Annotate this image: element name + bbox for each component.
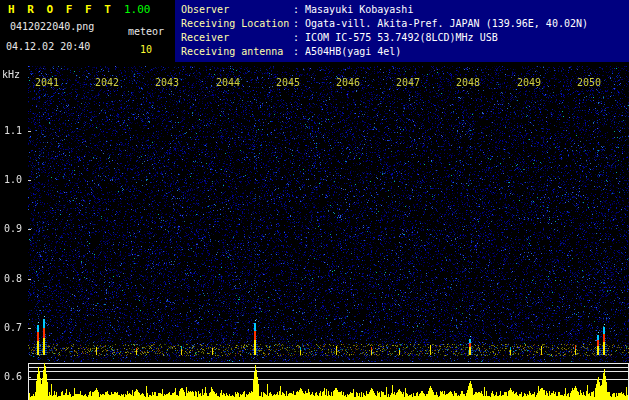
- x-tick-label: 2048: [456, 77, 480, 88]
- info-label: Observer: [175, 3, 293, 17]
- x-tick-label: 2049: [517, 77, 541, 88]
- x-tick-label: 2042: [95, 77, 119, 88]
- info-row-antenna: Receiving antenna: A504HB(yagi 4el): [175, 45, 629, 59]
- x-tick-label: 2046: [336, 77, 360, 88]
- mode-label: meteor: [128, 26, 164, 37]
- y-tick-label: 0.6: [4, 371, 22, 382]
- x-tick-label: 2045: [276, 77, 300, 88]
- header-left: H R O F F T 1.00 0412022040.png meteor 0…: [0, 0, 175, 62]
- header-info-panel: Observer: Masayuki Kobayashi Receiving L…: [175, 0, 629, 62]
- datetime-label: 04.12.02 20:40: [6, 41, 90, 52]
- x-tick-label: 2041: [35, 77, 59, 88]
- hrofft-window: H R O F F T 1.00 0412022040.png meteor 0…: [0, 0, 629, 400]
- info-row-observer: Observer: Masayuki Kobayashi: [175, 3, 629, 17]
- info-value: : ICOM IC-575 53.7492(8LCD)MHz USB: [293, 32, 498, 43]
- x-tick-label: 2050: [577, 77, 601, 88]
- x-tick-label: 2043: [155, 77, 179, 88]
- y-axis-unit-label: kHz: [2, 69, 20, 80]
- info-row-location: Receiving Location: Ogata-vill. Akita-Pr…: [175, 17, 629, 31]
- app-title: H R O F F T: [8, 3, 114, 16]
- info-value: : Masayuki Kobayashi: [293, 4, 413, 15]
- app-version: 1.00: [124, 3, 151, 16]
- output-filename: 0412022040.png: [10, 21, 94, 32]
- y-tick-label: 0.7: [4, 322, 22, 333]
- y-tick-label: 0.9: [4, 223, 22, 234]
- info-row-receiver: Receiver: ICOM IC-575 53.7492(8LCD)MHz U…: [175, 31, 629, 45]
- x-tick-label: 2047: [396, 77, 420, 88]
- sample-count: 10: [140, 44, 152, 55]
- info-label: Receiver: [175, 31, 293, 45]
- info-value: : A504HB(yagi 4el): [293, 46, 401, 57]
- y-tick-label: 1.0: [4, 174, 22, 185]
- x-tick-label: 2044: [216, 77, 240, 88]
- info-label: Receiving antenna: [175, 45, 293, 59]
- info-label: Receiving Location: [175, 17, 293, 31]
- info-value: : Ogata-vill. Akita-Pref. JAPAN (139.96E…: [293, 18, 588, 29]
- y-tick-label: 1.1: [4, 125, 22, 136]
- y-tick-label: 0.8: [4, 273, 22, 284]
